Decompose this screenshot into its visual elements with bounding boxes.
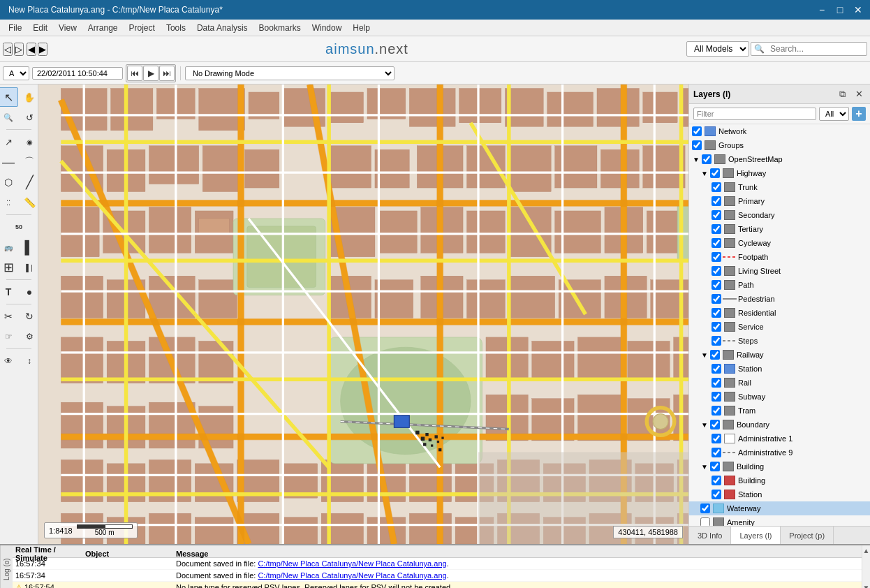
log-link-1[interactable]: C:/tmp/New Placa Catalunya/New Placa Cat… — [258, 559, 446, 568]
layer-checkbox-subway[interactable] — [712, 392, 721, 402]
layer-expand-boundary[interactable]: ▼ — [700, 420, 709, 429]
log-link-2[interactable]: C:/tmp/New Placa Catalunya/New Placa Cat… — [258, 571, 446, 580]
tool-eye-button[interactable]: 👁 — [0, 351, 18, 371]
tool-rotate-button[interactable]: ↻ — [20, 307, 38, 326]
layers-filter-select[interactable]: All — [819, 107, 849, 121]
layer-item-steps[interactable]: Steps — [689, 334, 870, 348]
layer-checkbox-admin9[interactable] — [712, 448, 721, 457]
layer-item-osm[interactable]: ▼ OpenStreetMap — [689, 152, 870, 166]
layer-checkbox-amenity[interactable] — [700, 517, 710, 526]
layer-item-building[interactable]: Building — [689, 473, 870, 487]
layers-close-button[interactable]: ✕ — [852, 87, 866, 101]
layer-item-boundary[interactable]: ▼ Boundary — [689, 418, 870, 432]
layer-item-station[interactable]: Station — [689, 362, 870, 376]
menu-edit[interactable]: Edit — [27, 22, 53, 34]
layer-checkbox-livingstreet[interactable] — [712, 266, 721, 276]
layer-checkbox-station2[interactable] — [712, 490, 721, 499]
rpanel-tab-layers[interactable]: Layers (l) — [731, 527, 781, 544]
menu-arrange[interactable]: Arrange — [82, 22, 124, 34]
toolbar-btn-2[interactable]: ▷ — [14, 43, 24, 56]
tool-barline-button[interactable]: ▌| — [20, 258, 38, 277]
layer-item-station2[interactable]: Station — [689, 487, 870, 501]
sim-fastfwd-button[interactable]: ⏭ — [159, 66, 175, 81]
layer-checkbox-osm[interactable] — [702, 154, 712, 164]
layer-checkbox-tram[interactable] — [712, 406, 721, 416]
layer-expand-building[interactable]: ▼ — [700, 462, 709, 471]
layer-item-livingstreet[interactable]: Living Street — [689, 264, 870, 278]
layer-checkbox-boundary[interactable] — [710, 420, 720, 429]
menu-window[interactable]: Window — [307, 22, 348, 34]
tool-move-button[interactable]: ✂ — [0, 307, 18, 326]
tool-section-button[interactable]: — — [0, 152, 18, 172]
menu-bookmarks[interactable]: Bookmarks — [253, 22, 307, 34]
layer-item-waterway[interactable]: Waterway — [689, 501, 870, 515]
layer-item-cycleway[interactable]: Cycleway — [689, 236, 870, 250]
tool-line-button[interactable]: ╱ — [20, 172, 38, 192]
layer-checkbox-network[interactable] — [692, 126, 702, 136]
tool-bus-button[interactable]: 🚌 — [0, 237, 18, 257]
log-scroll-up[interactable]: ▲ — [863, 547, 870, 554]
layer-item-admin1[interactable]: Administrative 1 — [689, 432, 870, 446]
toolbar-next[interactable]: ▶ — [38, 43, 47, 56]
layer-item-primary[interactable]: Primary — [689, 194, 870, 208]
layers-add-button[interactable]: + — [852, 107, 866, 121]
layer-item-building-group[interactable]: ▼ Building — [689, 460, 870, 473]
layer-item-footpath[interactable]: Footpath — [689, 250, 870, 264]
layer-checkbox-residential[interactable] — [712, 308, 721, 318]
layer-item-secondary[interactable]: Secondary — [689, 208, 870, 222]
log-scroll-down[interactable]: ▼ — [863, 584, 870, 588]
tool-zoom-in-button[interactable]: 🔍 — [0, 108, 18, 127]
layer-item-residential[interactable]: Residential — [689, 306, 870, 320]
layer-checkbox-building-group[interactable] — [710, 462, 720, 471]
layers-undock-button[interactable]: ⧉ — [835, 87, 849, 101]
tool-polygon-button[interactable]: ⬡ — [0, 172, 18, 192]
tool-curve-button[interactable]: ⌒ — [20, 152, 38, 172]
menu-tools[interactable]: Tools — [161, 22, 191, 34]
layer-checkbox-cycleway[interactable] — [712, 238, 721, 248]
layer-checkbox-pedestrian[interactable] — [712, 294, 721, 304]
layer-item-groups[interactable]: Groups — [689, 138, 870, 152]
layer-checkbox-highway[interactable] — [710, 168, 720, 178]
layer-checkbox-primary[interactable] — [712, 196, 721, 206]
maximize-button[interactable]: □ — [834, 3, 846, 16]
layers-filter-input[interactable] — [693, 108, 816, 120]
layer-checkbox-secondary[interactable] — [712, 210, 721, 220]
sim-rewind-button[interactable]: ⏮ — [127, 66, 142, 81]
tool-hand-button[interactable]: ☞ — [0, 327, 18, 346]
layer-checkbox-station[interactable] — [712, 364, 721, 374]
rpanel-tab-3dinfo[interactable]: 3D Info — [689, 527, 731, 544]
layer-checkbox-railway[interactable] — [710, 350, 720, 360]
layer-item-subway[interactable]: Subway — [689, 390, 870, 404]
rpanel-tab-project[interactable]: Project (p) — [781, 527, 834, 544]
tool-node-button[interactable]: ◉ — [20, 132, 38, 152]
tool-sphere-button[interactable]: ● — [20, 282, 38, 302]
layer-item-railway[interactable]: ▼ Railway — [689, 348, 870, 362]
layer-item-path[interactable]: Path — [689, 278, 870, 292]
tool-extra-button[interactable]: ↕ — [20, 351, 38, 371]
toolbar-btn-1[interactable]: ◁ — [3, 43, 13, 56]
tool-measure-button[interactable]: 📏 — [20, 193, 38, 212]
layer-checkbox-path[interactable] — [712, 280, 721, 290]
sim-type-select[interactable]: A — [3, 66, 29, 80]
layer-checkbox-building[interactable] — [712, 476, 721, 485]
tool-zoom-reset-button[interactable]: ↺ — [20, 108, 38, 127]
tool-bar-button[interactable]: ▌ — [20, 237, 38, 257]
layer-checkbox-tertiary[interactable] — [712, 224, 721, 234]
layer-item-trunk[interactable]: Trunk — [689, 180, 870, 194]
tool-num-button[interactable]: 50 — [9, 217, 29, 237]
tool-dots-button[interactable]: ⁚⁚ — [0, 193, 18, 212]
layer-item-service[interactable]: Service — [689, 320, 870, 334]
minimize-button[interactable]: − — [816, 3, 828, 16]
tool-pan-button[interactable]: ✋ — [20, 87, 38, 107]
layer-item-admin9[interactable]: Administrative 9 — [689, 446, 870, 460]
layer-checkbox-admin1[interactable] — [712, 434, 721, 443]
layer-expand-highway[interactable]: ▼ — [700, 169, 709, 177]
log-scrollbar[interactable]: ▲ ▼ — [862, 545, 870, 588]
close-button[interactable]: ✕ — [852, 3, 864, 16]
layer-checkbox-waterway[interactable] — [700, 504, 710, 513]
layer-checkbox-steps[interactable] — [712, 336, 721, 346]
layer-item-network[interactable]: Network — [689, 124, 870, 138]
layers-list[interactable]: Network Groups ▼ OpenStreetMap ▼ Highway — [689, 124, 870, 526]
menu-view[interactable]: View — [53, 22, 82, 34]
layer-expand-osm[interactable]: ▼ — [692, 155, 700, 163]
